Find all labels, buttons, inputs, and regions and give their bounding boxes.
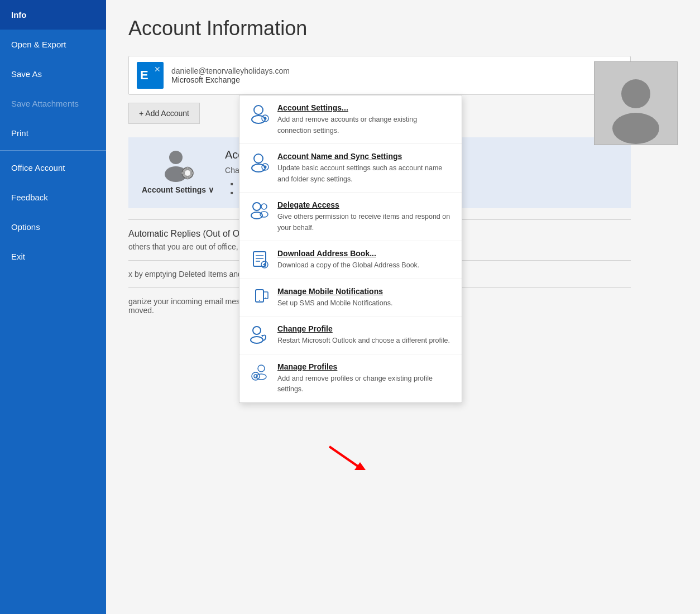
- delegate-access-icon: [250, 200, 270, 220]
- dropdown-item-manage-mobile-notifications-text: Manage Mobile Notifications Set up SMS a…: [277, 287, 392, 309]
- svg-point-33: [253, 327, 261, 334]
- account-selector[interactable]: danielle@tenorvalleyholidays.com Microso…: [128, 56, 631, 95]
- add-account-button[interactable]: + Add Account: [128, 103, 200, 124]
- sidebar-item-feedback[interactable]: Feedback: [0, 183, 106, 212]
- svg-rect-4: [186, 167, 189, 170]
- account-settings-icon: [161, 148, 195, 182]
- svg-point-9: [612, 113, 659, 144]
- svg-rect-7: [191, 172, 194, 174]
- svg-point-38: [258, 365, 265, 372]
- svg-point-13: [264, 117, 267, 120]
- svg-point-10: [254, 105, 263, 114]
- dropdown-item-account-name-sync[interactable]: Account Name and Sync Settings Update ba…: [239, 144, 462, 193]
- dropdown-item-account-settings[interactable]: Account Settings... Add and remove accou…: [239, 95, 462, 144]
- svg-marker-41: [354, 462, 366, 470]
- main-content: Account Information danielle@tenorvalley…: [106, 0, 700, 614]
- svg-point-17: [264, 166, 267, 169]
- account-email: danielle@tenorvalleyholidays.com: [171, 66, 617, 75]
- svg-point-20: [261, 204, 267, 209]
- svg-point-11: [252, 116, 265, 123]
- dropdown-item-delegate-access-text: Delegate Access Give others permission t…: [277, 200, 452, 233]
- dropdown-item-manage-profiles[interactable]: Manage Profiles Add and remove profiles …: [239, 354, 462, 402]
- dropdown-item-download-address-book-text: Download Address Book... Download a copy…: [277, 249, 419, 271]
- svg-point-15: [252, 164, 265, 172]
- manage-profiles-icon: [250, 362, 270, 382]
- sidebar-item-exit[interactable]: Exit: [0, 242, 106, 271]
- profile-avatar-icon: [608, 73, 664, 134]
- svg-point-21: [260, 212, 268, 217]
- svg-rect-22: [253, 252, 266, 266]
- dropdown-item-delegate-access[interactable]: Delegate Access Give others permission t…: [239, 193, 462, 241]
- sidebar-item-save-attachments: Save Attachments: [0, 89, 106, 118]
- svg-point-3: [185, 170, 190, 176]
- dropdown-item-change-profile-text: Change Profile Restart Microsoft Outlook…: [277, 324, 450, 346]
- sidebar: Info Open & Export Save As Save Attachme…: [0, 0, 106, 614]
- account-settings-button[interactable]: Account Settings ∨: [142, 148, 214, 194]
- account-name-sync-icon: [250, 152, 270, 172]
- sidebar-item-save-as[interactable]: Save As: [0, 59, 106, 89]
- account-settings-label: Account Settings ∨: [142, 185, 214, 194]
- profile-photo: [594, 61, 678, 145]
- svg-rect-6: [181, 172, 184, 174]
- account-settings-dropdown: Account Settings... Add and remove accou…: [239, 95, 462, 403]
- dropdown-item-manage-profiles-text: Manage Profiles Add and remove profiles …: [277, 362, 452, 395]
- svg-point-8: [621, 79, 650, 108]
- account-settings-menu-icon: [250, 103, 270, 123]
- download-address-book-icon: [250, 249, 270, 269]
- sidebar-divider: [0, 150, 106, 151]
- dropdown-item-account-name-sync-text: Account Name and Sync Settings Update ba…: [277, 152, 452, 184]
- account-info: danielle@tenorvalleyholidays.com Microso…: [171, 66, 617, 84]
- svg-point-0: [169, 151, 183, 164]
- sidebar-item-open-export[interactable]: Open & Export: [0, 30, 106, 59]
- sidebar-item-info[interactable]: Info: [0, 0, 106, 30]
- dropdown-item-manage-mobile-notifications[interactable]: Manage Mobile Notifications Set up SMS a…: [239, 279, 462, 317]
- dropdown-item-download-address-book[interactable]: Download Address Book... Download a copy…: [239, 241, 462, 279]
- sidebar-item-office-account[interactable]: Office Account: [0, 153, 106, 183]
- sidebar-item-options[interactable]: Options: [0, 212, 106, 242]
- red-arrow-indicator: [324, 441, 374, 477]
- svg-point-39: [256, 374, 266, 380]
- svg-point-34: [251, 337, 263, 343]
- change-profile-icon: [250, 324, 270, 344]
- svg-point-18: [253, 203, 261, 210]
- svg-rect-5: [186, 176, 189, 179]
- page-title: Account Information: [128, 17, 678, 40]
- svg-point-14: [254, 154, 263, 163]
- exchange-icon: [137, 62, 164, 89]
- dropdown-item-account-settings-text: Account Settings... Add and remove accou…: [277, 103, 452, 136]
- sidebar-item-print[interactable]: Print: [0, 118, 106, 148]
- svg-line-40: [329, 447, 360, 468]
- manage-mobile-notifications-icon: [250, 287, 270, 307]
- dropdown-item-change-profile[interactable]: Change Profile Restart Microsoft Outlook…: [239, 316, 462, 354]
- account-type: Microsoft Exchange: [171, 75, 617, 84]
